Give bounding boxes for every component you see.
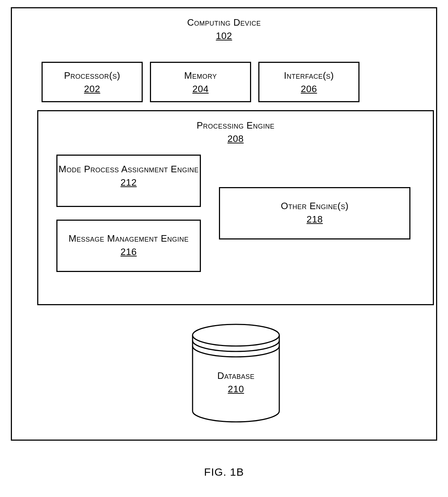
processor-box: Processor(s) 202: [42, 62, 143, 102]
interface-title: Interface(s): [259, 69, 358, 82]
message-engine-label: Message Management Engine 216: [57, 232, 200, 258]
other-engines-title: Other Engine(s): [220, 200, 409, 212]
computing-device-ref: 102: [216, 30, 232, 42]
database-label: Database 210: [189, 369, 283, 395]
processing-engine-label: Processing Engine 208: [38, 119, 433, 144]
computing-device-box: Computing Device 102 Processor(s) 202 Me…: [11, 7, 437, 441]
memory-label: Memory 204: [151, 69, 250, 95]
memory-box: Memory 204: [150, 62, 251, 102]
processor-label: Processor(s) 202: [43, 69, 142, 95]
processing-engine-box: Processing Engine 208 Mode Process Assig…: [37, 110, 434, 305]
message-engine-ref: 216: [121, 246, 137, 258]
other-engines-box: Other Engine(s) 218: [219, 187, 410, 239]
mode-engine-label: Mode Process Assignment Engine 212: [57, 163, 200, 188]
computing-device-label: Computing Device 102: [12, 16, 436, 42]
interface-label: Interface(s) 206: [259, 69, 358, 95]
mode-engine-title: Mode Process Assignment Engine: [57, 163, 200, 176]
message-engine-title: Message Management Engine: [57, 232, 200, 245]
computing-device-title: Computing Device: [12, 16, 436, 29]
database-ref: 210: [228, 384, 244, 395]
database-title: Database: [189, 369, 283, 382]
mode-engine-box: Mode Process Assignment Engine 212: [56, 155, 201, 207]
processing-engine-title: Processing Engine: [38, 119, 433, 132]
other-engines-label: Other Engine(s) 218: [220, 200, 409, 225]
mode-engine-ref: 212: [121, 177, 137, 188]
diagram-canvas: Computing Device 102 Processor(s) 202 Me…: [0, 0, 448, 497]
interface-box: Interface(s) 206: [258, 62, 359, 102]
interface-ref: 206: [301, 83, 317, 95]
other-engines-ref: 218: [307, 214, 323, 225]
database-cylinder: Database 210: [189, 323, 283, 424]
figure-caption: FIG. 1B: [0, 466, 448, 478]
svg-point-0: [193, 324, 279, 346]
processor-title: Processor(s): [43, 69, 142, 82]
memory-ref: 204: [193, 83, 209, 95]
message-engine-box: Message Management Engine 216: [56, 220, 201, 272]
processing-engine-ref: 208: [228, 133, 244, 144]
processor-ref: 202: [84, 83, 100, 95]
memory-title: Memory: [151, 69, 250, 82]
